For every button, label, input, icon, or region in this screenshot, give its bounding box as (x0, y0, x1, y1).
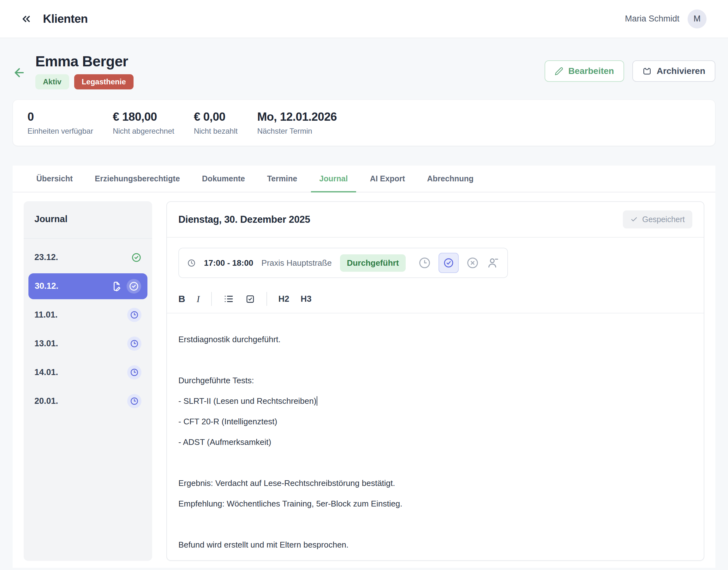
appointment-bar: 17:00 - 18:00 Praxis Hauptstraße Durchge… (178, 248, 508, 278)
editor-paragraph (178, 355, 692, 365)
condition-badge: Legasthenie (74, 74, 133, 89)
clock-icon (127, 336, 141, 351)
file-pen-icon (111, 281, 122, 292)
editor-paragraph: - SLRT-II (Lesen und Rechtschreiben) (178, 396, 692, 406)
journal-entry-13-01[interactable]: 13.01. (24, 329, 152, 358)
editor-paragraph (178, 458, 692, 468)
bold-button[interactable]: B (178, 294, 185, 304)
saved-indicator: Gespeichert (623, 211, 692, 229)
avatar[interactable]: M (688, 9, 707, 28)
clock-icon (127, 394, 141, 408)
journal-sidebar-title: Journal (24, 201, 152, 224)
archive-button[interactable]: Archivieren (632, 60, 715, 82)
entry-date-title: Dienstag, 30. Dezember 2025 (178, 214, 310, 225)
editor-paragraph: Durchgeführte Tests: (178, 375, 692, 385)
journal-entry-30-12[interactable]: 30.12. (24, 272, 152, 300)
text-cursor (317, 396, 317, 406)
editor-paragraph: Ergebnis: Verdacht auf Lese-Rechtschreib… (178, 478, 692, 488)
tab-erziehungsberechtigte[interactable]: Erziehungsberechtigte (86, 166, 188, 192)
editor-paragraph: - ADST (Aufmerksamkeit) (178, 437, 692, 447)
status-no-show-user-icon[interactable] (487, 257, 499, 269)
checkbox-list-icon[interactable] (245, 294, 255, 304)
appointment-location: Praxis Hauptstraße (261, 258, 332, 268)
tab-bar: Übersicht Erziehungsberechtigte Dokument… (13, 166, 715, 193)
tab-abrechnung[interactable]: Abrechnung (419, 166, 482, 192)
status-cancelled-x-icon[interactable] (466, 257, 479, 269)
journal-entry-20-01[interactable]: 20.01. (24, 387, 152, 415)
tab-dokumente[interactable]: Dokumente (194, 166, 253, 192)
status-done-check-icon[interactable] (439, 253, 459, 273)
tab-ai-export[interactable]: AI Export (362, 166, 413, 192)
journal-text-editor[interactable]: Erstdiagnostik durchgeführt. Durchgeführ… (167, 313, 704, 550)
status-badge: Aktiv (35, 74, 69, 89)
bullet-list-icon[interactable] (223, 294, 234, 304)
journal-entry-23-12[interactable]: 23.12. (24, 243, 152, 272)
appointment-status-badge: Durchgeführt (340, 254, 406, 272)
user-name: Maria Schmidt (625, 14, 679, 24)
client-name: Emma Berger (35, 53, 133, 70)
circle-check-icon (131, 252, 141, 263)
tab-panel: Übersicht Erziehungsberechtigte Dokument… (13, 166, 715, 568)
stat-unbilled: € 180,00 Nicht abgerechnet (113, 110, 174, 135)
selected-entry-pill[interactable]: 30.12. (28, 273, 147, 299)
editor-paragraph: - CFT 20-R (Intelligenztest) (178, 416, 692, 426)
stats-card: 0 Einheiten verfügbar € 180,00 Nicht abg… (13, 99, 715, 146)
appointment-time: 17:00 - 18:00 (204, 258, 253, 268)
top-bar: Klienten Maria Schmidt M (0, 0, 728, 38)
stat-next-appointment: Mo, 12.01.2026 Nächster Termin (257, 110, 337, 135)
check-icon (630, 216, 638, 223)
editor-paragraph: Befund wird erstellt und mit Eltern besp… (178, 540, 692, 550)
stat-units: 0 Einheiten verfügbar (27, 110, 93, 135)
back-arrow-icon[interactable] (13, 66, 26, 79)
collapse-sidebar-icon[interactable] (20, 13, 32, 25)
divider (211, 292, 212, 306)
tab-termine[interactable]: Termine (259, 166, 305, 192)
editor-toolbar-wrap: B I H2 H3 (167, 292, 704, 313)
heading3-button[interactable]: H3 (300, 294, 311, 304)
client-section: Emma Berger Aktiv Legasthenie Bearbeiten… (0, 38, 728, 89)
divider (266, 292, 267, 306)
journal-entry-11-01[interactable]: 11.01. (24, 300, 152, 329)
tab-uebersicht[interactable]: Übersicht (28, 166, 81, 192)
tab-journal[interactable]: Journal (311, 166, 356, 192)
journal-entry-14-01[interactable]: 14.01. (24, 358, 152, 387)
stat-unpaid: € 0,00 Nicht bezahlt (194, 110, 238, 135)
journal-entry-card: Dienstag, 30. Dezember 2025 Gespeichert … (166, 201, 704, 561)
clock-icon (127, 308, 141, 322)
italic-button[interactable]: I (197, 294, 200, 304)
heading2-button[interactable]: H2 (278, 294, 289, 304)
clock-icon (127, 365, 141, 379)
editor-toolbar: B I H2 H3 (167, 292, 704, 306)
archive-icon (642, 67, 652, 76)
edit-button[interactable]: Bearbeiten (545, 60, 624, 82)
clock-icon (187, 259, 196, 267)
journal-sidebar: Journal 23.12. 30.12. (24, 201, 152, 561)
page-title: Klienten (43, 12, 88, 26)
pencil-icon (555, 67, 563, 75)
completed-check-icon (127, 279, 141, 294)
editor-paragraph: Erstdiagnostik durchgeführt. (178, 334, 692, 344)
editor-paragraph (178, 519, 692, 529)
editor-paragraph: Empfehlung: Wöchentliches Training, 5er-… (178, 499, 692, 509)
status-pending-clock-icon[interactable] (418, 257, 431, 269)
